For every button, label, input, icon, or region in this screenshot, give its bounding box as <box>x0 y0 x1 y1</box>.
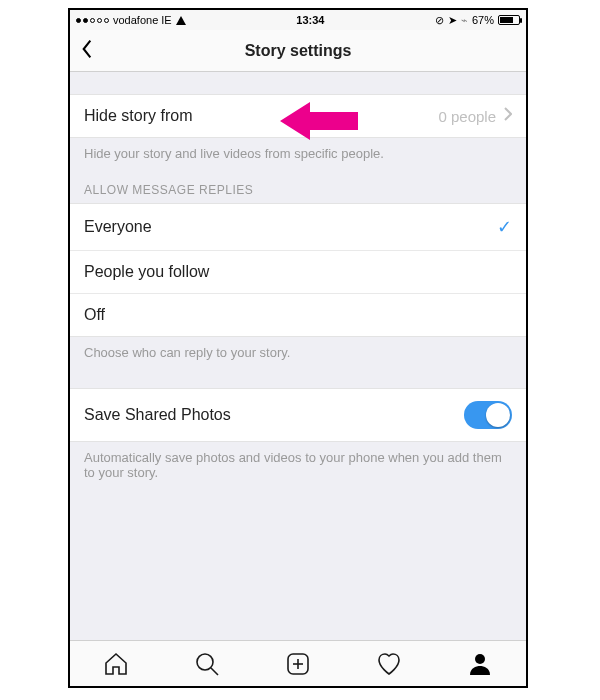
profile-icon <box>467 651 493 677</box>
battery-pct: 67% <box>472 14 494 26</box>
replies-option-following[interactable]: People you follow <box>70 251 526 294</box>
page-title: Story settings <box>70 42 526 60</box>
save-shared-photos-hint: Automatically save photos and videos to … <box>70 442 526 494</box>
checkmark-icon: ✓ <box>497 216 512 238</box>
hide-story-label: Hide story from <box>84 107 438 125</box>
status-time: 13:34 <box>186 14 435 26</box>
back-button[interactable] <box>80 39 94 63</box>
carrier-label: vodafone IE <box>113 14 172 26</box>
add-post-icon <box>285 651 311 677</box>
tab-activity[interactable] <box>344 641 435 686</box>
home-icon <box>103 651 129 677</box>
signal-dots-icon <box>76 18 109 23</box>
tab-add[interactable] <box>252 641 343 686</box>
replies-hint: Choose who can reply to your story. <box>70 337 526 374</box>
bluetooth-icon: ⌁ <box>461 14 468 27</box>
chevron-right-icon <box>504 107 512 125</box>
battery-icon <box>498 15 520 25</box>
replies-option-label: People you follow <box>84 263 512 281</box>
tab-profile[interactable] <box>435 641 526 686</box>
hide-story-value: 0 people <box>438 108 496 125</box>
tab-search[interactable] <box>161 641 252 686</box>
hide-story-hint: Hide your story and live videos from spe… <box>70 138 526 175</box>
nav-bar: Story settings <box>70 30 526 72</box>
search-icon <box>194 651 220 677</box>
chevron-left-icon <box>80 39 94 59</box>
toggle-knob <box>486 403 510 427</box>
content: Hide story from 0 people Hide your story… <box>70 72 526 640</box>
svg-point-6 <box>475 654 485 664</box>
save-shared-photos-row: Save Shared Photos <box>70 388 526 442</box>
hide-story-from-row[interactable]: Hide story from 0 people <box>70 94 526 138</box>
status-bar: vodafone IE 13:34 ⊘ ➤ ⌁ 67% <box>70 10 526 30</box>
heart-icon <box>376 651 402 677</box>
wifi-icon <box>176 16 186 25</box>
svg-point-1 <box>197 654 213 670</box>
location-icon: ➤ <box>448 14 457 27</box>
replies-option-label: Everyone <box>84 218 497 236</box>
replies-option-everyone[interactable]: Everyone ✓ <box>70 203 526 251</box>
replies-section-header: ALLOW MESSAGE REPLIES <box>70 175 526 203</box>
replies-option-off[interactable]: Off <box>70 294 526 337</box>
save-shared-photos-toggle[interactable] <box>464 401 512 429</box>
tab-bar <box>70 640 526 686</box>
replies-option-label: Off <box>84 306 512 324</box>
svg-line-2 <box>211 668 218 675</box>
phone-frame: vodafone IE 13:34 ⊘ ➤ ⌁ 67% Story settin… <box>68 8 528 688</box>
replies-group: Everyone ✓ People you follow Off <box>70 203 526 337</box>
dnd-icon: ⊘ <box>435 14 444 27</box>
tab-home[interactable] <box>70 641 161 686</box>
save-shared-photos-label: Save Shared Photos <box>84 406 464 424</box>
